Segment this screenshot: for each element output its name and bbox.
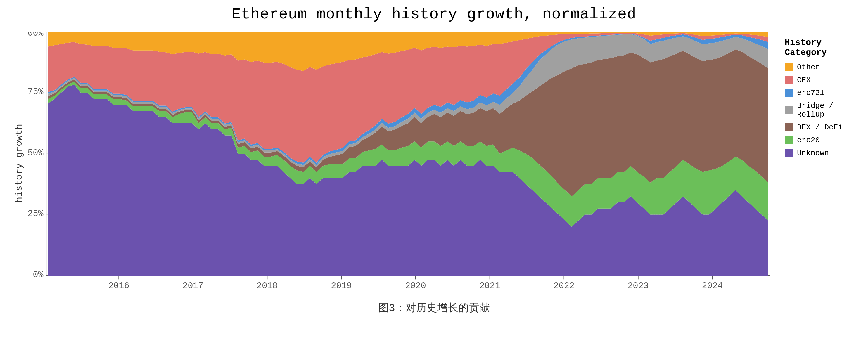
svg-text:75%: 75% xyxy=(28,87,43,97)
legend-label-2: erc721 xyxy=(797,89,825,97)
y-axis-label: history growth xyxy=(10,32,28,295)
legend-label-6: Unknown xyxy=(797,149,829,157)
svg-text:100%: 100% xyxy=(28,32,43,38)
svg-text:2017: 2017 xyxy=(182,281,204,291)
legend-item-dex---defi: DEX / DeFi xyxy=(785,123,849,132)
legend-label-0: Other xyxy=(797,63,820,71)
svg-text:2023: 2023 xyxy=(628,281,649,291)
legend-label-3: Bridge / Rollup xyxy=(797,101,849,119)
svg-text:2021: 2021 xyxy=(479,281,500,291)
legend-color-2 xyxy=(785,89,793,97)
legend-title: History Category xyxy=(785,38,849,58)
legend-label-4: DEX / DeFi xyxy=(797,123,843,132)
svg-text:2024: 2024 xyxy=(702,281,723,291)
legend-color-3 xyxy=(785,106,793,114)
svg-text:2016: 2016 xyxy=(108,281,129,291)
legend-item-bridge---rollup: Bridge / Rollup xyxy=(785,101,849,119)
legend-color-6 xyxy=(785,149,793,157)
chart-caption: 图3：对历史增长的贡献 xyxy=(378,300,490,315)
legend-label-1: CEX xyxy=(797,76,811,85)
chart-container: 0% 25% 50% 75% 100% xyxy=(28,32,776,295)
legend-item-cex: CEX xyxy=(785,76,849,85)
svg-text:0%: 0% xyxy=(33,269,43,280)
svg-text:2018: 2018 xyxy=(257,281,278,291)
svg-text:50%: 50% xyxy=(28,148,43,158)
legend-color-0 xyxy=(785,63,793,71)
legend-item-erc721: erc721 xyxy=(785,89,849,97)
legend-item-unknown: Unknown xyxy=(785,149,849,157)
chart-title: Ethereum monthly history growth, normali… xyxy=(232,6,637,32)
legend-label-5: erc20 xyxy=(797,136,820,145)
legend-color-4 xyxy=(785,123,793,131)
svg-text:2019: 2019 xyxy=(331,281,352,291)
svg-text:2020: 2020 xyxy=(405,281,426,291)
legend: History Category Other CEX erc721 Bridge… xyxy=(776,32,858,295)
svg-text:25%: 25% xyxy=(28,209,43,219)
legend-color-5 xyxy=(785,136,793,144)
svg-text:2022: 2022 xyxy=(554,281,575,291)
legend-color-1 xyxy=(785,76,793,84)
legend-item-erc20: erc20 xyxy=(785,136,849,145)
legend-item-other: Other xyxy=(785,63,849,71)
